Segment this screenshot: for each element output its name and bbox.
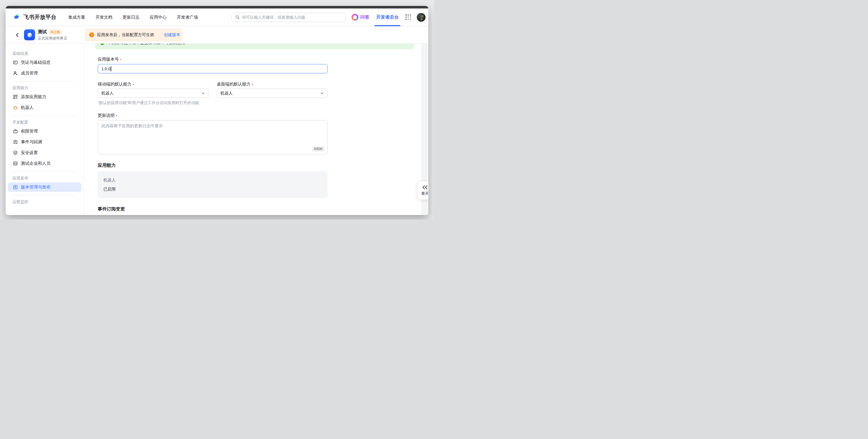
capability-hint: “默认的应用功能”即用户通过工作台访问应用时打开的功能 <box>98 100 209 105</box>
sidebar-section-basic-info: 基础信息 <box>12 51 84 56</box>
mobile-capability-field: 移动端的默认能力* 机器人 “默认的应用功能”即用户通过工作台访问应用时打开的功… <box>98 81 209 105</box>
nav-link-dev-plaza[interactable]: 开发者广场 <box>177 15 198 20</box>
publish-alert-banner: 应用发布后，当前配置方可生效 创建版本 <box>85 29 182 41</box>
sidebar-section-dev-config: 开发配置 <box>12 120 84 125</box>
upload-box-icon <box>13 185 18 190</box>
expand-panel-button[interactable]: 展开 <box>417 181 428 200</box>
sidebar: 基础信息 凭证与基础信息 <box>6 44 84 215</box>
desktop-capability-field: 桌面端的默认能力* 机器人 <box>217 81 328 105</box>
release-notes-label: 更新说明* <box>98 113 328 118</box>
app-subtitle: 正式应用@环界云 <box>38 36 67 41</box>
sidebar-item-version-release-active[interactable]: 版本管理与发布 <box>8 182 81 192</box>
version-input[interactable]: 1.0.0 <box>98 64 328 73</box>
sidebar-divider <box>12 81 76 81</box>
sidebar-item-events[interactable]: 事件与回调 <box>8 137 81 147</box>
sidebar-item-label: 权限管理 <box>21 129 38 134</box>
desktop: 飞书开放平台 集成方案 开发文档 更新日志 应用中心 开发者广场 问答 <box>0 0 434 220</box>
search-input[interactable] <box>242 15 342 20</box>
qa-label: 问答 <box>360 14 369 20</box>
success-banner: 本次发布免审核，提交发布后即可上线使用 <box>95 44 414 49</box>
success-check-icon <box>100 44 105 45</box>
sidebar-item-bot[interactable]: 机器人 <box>8 103 81 112</box>
alert-text: 应用发布后，当前配置方可生效 <box>97 32 154 37</box>
version-form: 应用版本号* 1.0.0 移动端的默认能力* <box>98 57 328 215</box>
sidebar-item-credentials[interactable]: 凭证与基础信息 <box>8 58 81 67</box>
top-navbar: 飞书开放平台 集成方案 开发文档 更新日志 应用中心 开发者广场 问答 <box>6 8 428 26</box>
sidebar-item-label: 版本管理与发布 <box>21 184 51 190</box>
sidebar-item-label: 测试企业和人员 <box>21 161 51 166</box>
nav-link-changelog[interactable]: 更新日志 <box>123 15 140 20</box>
release-notes-textarea[interactable] <box>98 121 327 154</box>
logo-text: 飞书开放平台 <box>24 13 57 21</box>
desktop-capability-label: 桌面端的默认能力* <box>217 81 328 87</box>
required-mark: * <box>133 83 134 87</box>
feishu-logo-icon <box>13 13 21 22</box>
mobile-capability-label: 移动端的默认能力* <box>98 81 209 87</box>
sidebar-item-label: 成员管理 <box>21 71 38 76</box>
release-notes-field: 0/500 <box>98 120 328 154</box>
selected-value: 机器人 <box>101 91 114 96</box>
sidebar-section-monitoring: 运营监控 <box>12 199 84 205</box>
success-banner-text: 本次发布免审核，提交发布后即可上线使用 <box>107 44 185 46</box>
search-icon <box>235 15 240 20</box>
status-badge: 待上线 <box>49 29 62 35</box>
required-mark: * <box>116 114 117 119</box>
bookmark-plus-icon <box>13 140 18 144</box>
char-counter: 0/500 <box>312 146 324 151</box>
body-row: 基础信息 凭证与基础信息 <box>6 44 428 215</box>
sidebar-section-capabilities: 应用能力 <box>12 86 84 91</box>
chevron-down-icon <box>201 92 205 95</box>
mobile-capability-select[interactable]: 机器人 <box>98 89 209 98</box>
sidebar-item-members[interactable]: 成员管理 <box>8 69 81 78</box>
nav-link-docs[interactable]: 开发文档 <box>95 15 113 20</box>
sidebar-divider <box>12 195 76 196</box>
app-capability-title: 应用能力 <box>98 163 328 168</box>
nav-link-solutions[interactable]: 集成方案 <box>68 15 85 20</box>
sidebar-item-add-capability[interactable]: 添加应用能力 <box>8 92 81 102</box>
sidebar-item-security[interactable]: 安全设置 <box>8 148 81 158</box>
double-chevron-left-icon <box>422 185 428 190</box>
main-content: 本次发布免审核，提交发布后即可上线使用 应用版本号* 1.0.0 <box>84 44 422 215</box>
version-label: 应用版本号* <box>98 57 328 62</box>
nav-link-app-center[interactable]: 应用中心 <box>150 15 166 20</box>
back-button[interactable] <box>14 32 20 38</box>
text-caret <box>111 66 111 71</box>
code-box-icon <box>13 161 18 166</box>
sidebar-item-label: 安全设置 <box>21 150 38 156</box>
user-avatar[interactable] <box>417 13 426 22</box>
qa-gradient-ring-icon <box>351 14 358 21</box>
required-mark: * <box>120 58 121 62</box>
sidebar-item-label: 凭证与基础信息 <box>21 60 51 65</box>
app-meta: 测试 待上线 正式应用@环界云 <box>38 29 67 41</box>
search-box[interactable] <box>231 13 346 22</box>
app-capability-panel: 机器人 已启用 <box>98 171 328 198</box>
browser-window: 飞书开放平台 集成方案 开发文档 更新日志 应用中心 开发者广场 问答 <box>6 6 428 215</box>
sidebar-item-label: 事件与回调 <box>21 139 42 145</box>
chevron-down-icon <box>320 92 324 95</box>
apps-grid-icon[interactable] <box>405 14 411 20</box>
sidebar-item-permissions[interactable]: 权限管理 <box>8 127 81 136</box>
nav-link-developer-console-active[interactable]: 开发者后台 <box>376 8 399 26</box>
sidebar-section-release: 应用发布 <box>12 176 84 181</box>
create-version-link[interactable]: 创建版本 <box>164 32 180 37</box>
capability-status: 已启用 <box>103 187 322 192</box>
sidebar-item-test-org[interactable]: 测试企业和人员 <box>8 159 81 168</box>
briefcase-icon <box>13 129 18 134</box>
person-plus-icon <box>13 71 18 76</box>
event-subscription-title: 事件订阅变更 <box>98 206 328 212</box>
app-name: 测试 <box>38 29 47 35</box>
robot-icon <box>13 105 18 110</box>
version-value: 1.0.0 <box>101 67 111 71</box>
shield-check-icon <box>13 150 18 155</box>
window-titlebar <box>6 6 428 8</box>
capability-name: 机器人 <box>103 177 322 183</box>
sidebar-item-label: 添加应用能力 <box>21 94 46 100</box>
nav-links: 集成方案 开发文档 更新日志 应用中心 开发者广场 <box>68 15 198 20</box>
desktop-capability-select[interactable]: 机器人 <box>217 89 328 98</box>
id-card-icon <box>13 60 18 65</box>
feishu-logo[interactable]: 飞书开放平台 <box>13 13 57 22</box>
sidebar-item-label: 机器人 <box>21 105 34 110</box>
app-header: 测试 待上线 正式应用@环界云 应用发布后，当前配置方可生效 创建版本 <box>6 26 428 44</box>
required-mark: * <box>252 83 253 87</box>
qa-entry[interactable]: 问答 <box>351 14 369 21</box>
